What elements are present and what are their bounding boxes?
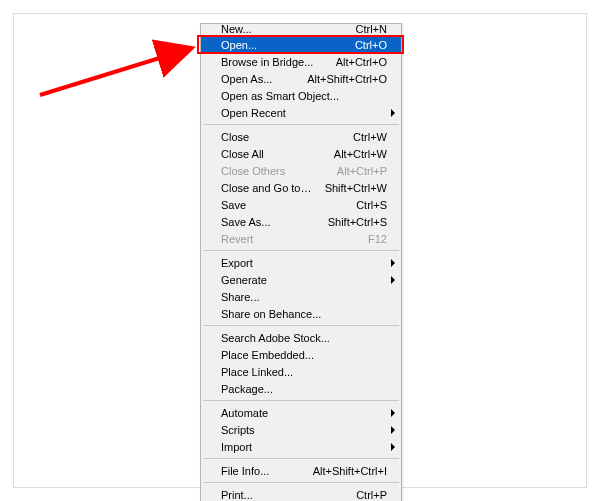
menu-item-package[interactable]: Package... <box>201 380 401 397</box>
chevron-right-icon <box>391 259 395 267</box>
menu-item-close[interactable]: CloseCtrl+W <box>201 128 401 145</box>
menu-item-label: Search Adobe Stock... <box>221 332 387 344</box>
menu-item-shortcut: Shift+Ctrl+W <box>325 182 387 194</box>
menu-item-label: Open Recent <box>221 107 387 119</box>
menu-item-label: Browse in Bridge... <box>221 56 324 68</box>
chevron-right-icon <box>391 276 395 284</box>
menu-item-print[interactable]: Print...Ctrl+P <box>201 486 401 501</box>
menu-item-label: Generate <box>221 274 387 286</box>
menu-item-shortcut: Ctrl+O <box>355 39 387 51</box>
menu-separator <box>203 124 399 125</box>
menu-item-shortcut: Ctrl+N <box>356 23 387 35</box>
menu-item-open[interactable]: Open...Ctrl+O <box>201 36 401 53</box>
menu-item-label: Close <box>221 131 341 143</box>
menu-item-label: Print... <box>221 489 344 501</box>
chevron-right-icon <box>391 443 395 451</box>
menu-item-search-adobe-stock[interactable]: Search Adobe Stock... <box>201 329 401 346</box>
menu-item-shortcut: Alt+Ctrl+P <box>337 165 387 177</box>
menu-item-label: Scripts <box>221 424 387 436</box>
menu-separator <box>203 325 399 326</box>
menu-item-label: Save <box>221 199 344 211</box>
menu-item-shortcut: F12 <box>368 233 387 245</box>
menu-item-export[interactable]: Export <box>201 254 401 271</box>
menu-item-label: Close and Go to Bridge... <box>221 182 313 194</box>
chevron-right-icon <box>391 426 395 434</box>
menu-item-shortcut: Alt+Ctrl+W <box>334 148 387 160</box>
menu-item-shortcut: Alt+Ctrl+O <box>336 56 387 68</box>
menu-separator <box>203 458 399 459</box>
menu-item-label: Close Others <box>221 165 325 177</box>
menu-item-label: Open... <box>221 39 343 51</box>
menu-item-shortcut: Alt+Shift+Ctrl+O <box>307 73 387 85</box>
menu-item-label: Close All <box>221 148 322 160</box>
menu-item-label: Save As... <box>221 216 316 228</box>
file-menu[interactable]: New...Ctrl+NOpen...Ctrl+OBrowse in Bridg… <box>200 23 402 501</box>
menu-item-open-as-smart-object[interactable]: Open as Smart Object... <box>201 87 401 104</box>
menu-item-browse-in-bridge[interactable]: Browse in Bridge...Alt+Ctrl+O <box>201 53 401 70</box>
menu-item-label: File Info... <box>221 465 301 477</box>
menu-item-shortcut: Shift+Ctrl+S <box>328 216 387 228</box>
menu-item-label: Import <box>221 441 387 453</box>
menu-item-import[interactable]: Import <box>201 438 401 455</box>
menu-item-close-others: Close OthersAlt+Ctrl+P <box>201 162 401 179</box>
menu-item-scripts[interactable]: Scripts <box>201 421 401 438</box>
menu-item-label: Place Embedded... <box>221 349 387 361</box>
menu-item-open-recent[interactable]: Open Recent <box>201 104 401 121</box>
menu-item-label: Automate <box>221 407 387 419</box>
chevron-right-icon <box>391 109 395 117</box>
chevron-right-icon <box>391 409 395 417</box>
menu-item-revert: RevertF12 <box>201 230 401 247</box>
menu-item-label: Open as Smart Object... <box>221 90 387 102</box>
menu-item-save[interactable]: SaveCtrl+S <box>201 196 401 213</box>
menu-item-label: Share on Behance... <box>221 308 387 320</box>
menu-item-new[interactable]: New...Ctrl+N <box>201 24 401 36</box>
menu-item-save-as[interactable]: Save As...Shift+Ctrl+S <box>201 213 401 230</box>
menu-item-label: Export <box>221 257 387 269</box>
menu-item-shortcut: Alt+Shift+Ctrl+I <box>313 465 387 477</box>
menu-item-place-linked[interactable]: Place Linked... <box>201 363 401 380</box>
menu-separator <box>203 250 399 251</box>
menu-item-open-as[interactable]: Open As...Alt+Shift+Ctrl+O <box>201 70 401 87</box>
menu-item-close-all[interactable]: Close AllAlt+Ctrl+W <box>201 145 401 162</box>
menu-separator <box>203 482 399 483</box>
menu-item-label: Open As... <box>221 73 295 85</box>
menu-item-share[interactable]: Share... <box>201 288 401 305</box>
menu-item-close-and-go-to-bridge[interactable]: Close and Go to Bridge...Shift+Ctrl+W <box>201 179 401 196</box>
menu-item-label: Package... <box>221 383 387 395</box>
menu-item-place-embedded[interactable]: Place Embedded... <box>201 346 401 363</box>
menu-item-automate[interactable]: Automate <box>201 404 401 421</box>
menu-item-file-info[interactable]: File Info...Alt+Shift+Ctrl+I <box>201 462 401 479</box>
menu-item-label: Revert <box>221 233 356 245</box>
menu-item-shortcut: Ctrl+S <box>356 199 387 211</box>
menu-item-label: Place Linked... <box>221 366 387 378</box>
menu-item-shortcut: Ctrl+W <box>353 131 387 143</box>
menu-item-label: New... <box>221 23 344 35</box>
menu-item-generate[interactable]: Generate <box>201 271 401 288</box>
menu-item-shortcut: Ctrl+P <box>356 489 387 501</box>
menu-separator <box>203 400 399 401</box>
menu-item-label: Share... <box>221 291 387 303</box>
menu-item-share-on-behance[interactable]: Share on Behance... <box>201 305 401 322</box>
